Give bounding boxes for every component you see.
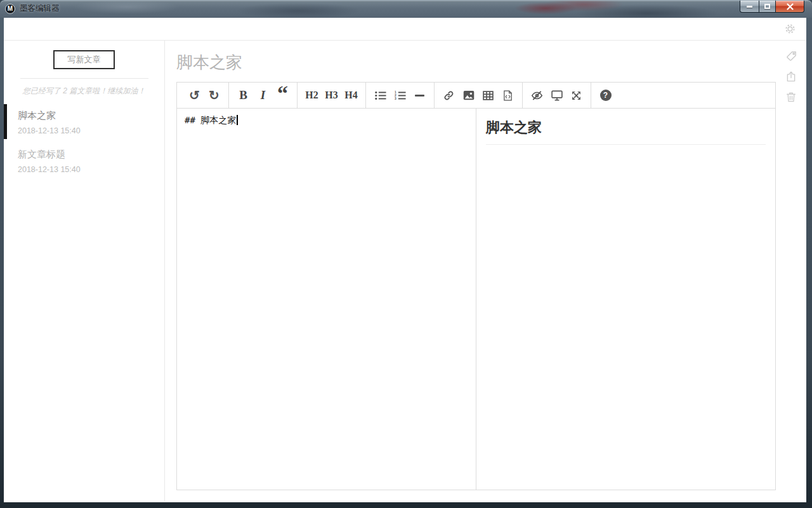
fullscreen-expand-icon bbox=[571, 90, 582, 101]
preview-window-button[interactable] bbox=[547, 83, 566, 108]
close-icon bbox=[787, 3, 794, 10]
blockquote-button[interactable]: “ bbox=[273, 83, 292, 108]
window-title: 墨客编辑器 bbox=[20, 3, 60, 14]
markdown-editor-textarea[interactable]: ## 脚本之家 bbox=[177, 109, 476, 490]
hide-preview-button[interactable] bbox=[527, 83, 547, 108]
help-button[interactable]: ? bbox=[596, 83, 615, 108]
window-content: 写新文章 您已经写了 2 篇文章啦！继续加油！ 脚本之家 2018-12-13 … bbox=[4, 18, 806, 502]
toolbar-separator bbox=[591, 83, 591, 108]
tag-icon bbox=[785, 50, 797, 62]
table-icon bbox=[483, 91, 494, 100]
fullscreen-button[interactable] bbox=[566, 83, 586, 108]
heading4-icon: H4 bbox=[344, 90, 357, 101]
article-count-hint: 您已经写了 2 篇文章啦！继续加油！ bbox=[4, 86, 164, 97]
undo-icon: ↺ bbox=[189, 89, 200, 102]
eye-off-icon bbox=[531, 90, 543, 101]
editor-box: ↺ ↻ B I “ H2 bbox=[176, 82, 776, 490]
toolbar-separator bbox=[297, 83, 298, 108]
link-icon bbox=[443, 90, 454, 101]
redo-button[interactable]: ↻ bbox=[204, 83, 224, 108]
heading3-icon: H3 bbox=[325, 90, 337, 101]
toolbar-separator bbox=[522, 83, 523, 108]
help-icon: ? bbox=[600, 90, 612, 101]
tag-button[interactable] bbox=[785, 50, 797, 62]
maximize-button[interactable] bbox=[759, 1, 776, 13]
toolbar-separator bbox=[365, 83, 366, 108]
document-title-input[interactable]: 脚本之家 bbox=[176, 51, 557, 74]
app-window: M 墨客编辑器 bbox=[0, 0, 812, 508]
article-title: 新文章标题 bbox=[18, 149, 164, 161]
share-export-icon bbox=[785, 70, 797, 83]
editor-text: ## 脚本之家 bbox=[185, 115, 236, 125]
image-button[interactable] bbox=[459, 83, 478, 108]
topbar bbox=[4, 18, 806, 41]
blockquote-icon: “ bbox=[277, 93, 288, 102]
article-date: 2018-12-13 15:40 bbox=[18, 165, 164, 174]
article-list-item-active[interactable]: 脚本之家 2018-12-13 15:40 bbox=[4, 110, 164, 135]
bold-button[interactable]: B bbox=[233, 83, 253, 108]
close-button[interactable] bbox=[776, 1, 804, 13]
new-article-button[interactable]: 写新文章 bbox=[53, 50, 115, 69]
article-list-item[interactable]: 新文章标题 2018-12-13 15:40 bbox=[4, 149, 164, 174]
settings-gear-icon[interactable] bbox=[785, 23, 796, 34]
markdown-toolbar: ↺ ↻ B I “ H2 bbox=[177, 83, 775, 109]
sidebar-divider bbox=[20, 78, 148, 79]
markdown-preview-pane: 脚本之家 bbox=[476, 109, 775, 490]
heading3-button[interactable]: H3 bbox=[322, 83, 341, 108]
ordered-list-icon: 1 2 3 bbox=[395, 91, 406, 100]
toolbar-separator bbox=[228, 83, 229, 108]
article-title: 脚本之家 bbox=[18, 110, 164, 122]
heading2-icon: H2 bbox=[305, 90, 318, 101]
trash-icon bbox=[785, 91, 797, 103]
sidebar: 写新文章 您已经写了 2 篇文章啦！继续加油！ 脚本之家 2018-12-13 … bbox=[4, 41, 165, 502]
heading4-button[interactable]: H4 bbox=[341, 83, 361, 108]
delete-button[interactable] bbox=[785, 91, 797, 103]
window-controls bbox=[740, 1, 804, 13]
app-logo-icon: M bbox=[5, 4, 15, 14]
right-action-rail bbox=[776, 41, 806, 502]
image-icon bbox=[463, 90, 475, 100]
main-area: 脚本之家 ↺ ↻ B I “ bbox=[165, 41, 776, 502]
text-caret bbox=[237, 115, 238, 125]
code-file-button[interactable] bbox=[498, 83, 518, 108]
minimize-button[interactable] bbox=[740, 1, 759, 13]
svg-text:3: 3 bbox=[395, 97, 396, 100]
horizontal-rule-icon bbox=[415, 95, 424, 97]
undo-button[interactable]: ↺ bbox=[185, 83, 204, 108]
share-button[interactable] bbox=[785, 70, 797, 83]
minimize-icon bbox=[747, 6, 752, 8]
ordered-list-button[interactable]: 1 2 3 bbox=[390, 83, 410, 108]
unordered-list-button[interactable] bbox=[370, 83, 390, 108]
redo-icon: ↻ bbox=[209, 89, 219, 102]
code-file-icon bbox=[503, 90, 513, 101]
table-button[interactable] bbox=[478, 83, 498, 108]
article-date: 2018-12-13 15:40 bbox=[18, 126, 164, 135]
unordered-list-icon bbox=[375, 91, 386, 100]
toolbar-separator bbox=[434, 83, 435, 108]
bold-icon: B bbox=[239, 88, 247, 102]
link-button[interactable] bbox=[439, 83, 459, 108]
maximize-icon bbox=[764, 4, 770, 9]
heading2-button[interactable]: H2 bbox=[302, 83, 322, 108]
monitor-icon bbox=[551, 90, 563, 101]
preview-heading: 脚本之家 bbox=[486, 118, 766, 145]
italic-icon: I bbox=[261, 88, 265, 102]
horizontal-rule-button[interactable] bbox=[410, 83, 429, 108]
italic-button[interactable]: I bbox=[253, 83, 273, 108]
titlebar[interactable]: M 墨客编辑器 bbox=[0, 0, 812, 18]
